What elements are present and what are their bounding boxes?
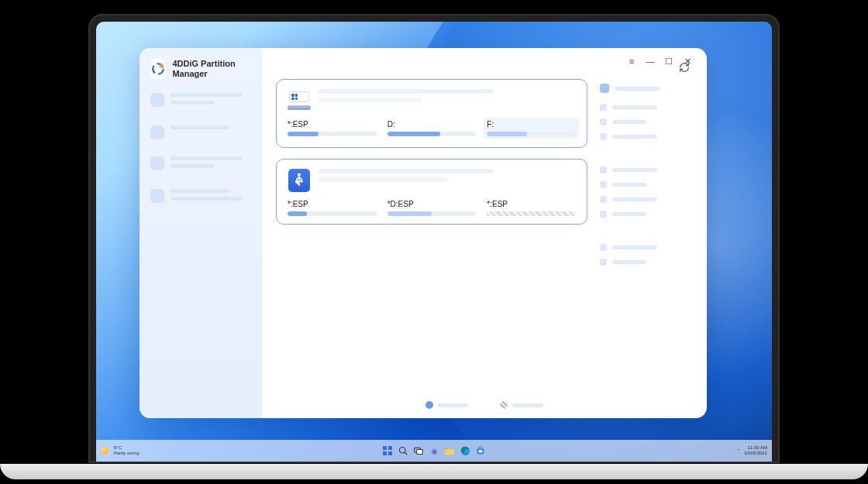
svg-point-2 (301, 180, 302, 182)
weather-text: Partly sunny (114, 451, 140, 456)
start-icon[interactable] (381, 445, 394, 457)
clock[interactable]: 11:00 AM 10/05/2021 (744, 445, 767, 455)
legend-dot-icon (500, 401, 508, 409)
partition[interactable]: *:ESP (288, 200, 377, 216)
partition-label: *:ESP (288, 120, 377, 129)
sidebar-item-icon (150, 189, 164, 203)
taskbar-center: ◉ (381, 445, 487, 457)
desktop-screen: 4DDiG Partition Manager (96, 22, 772, 462)
sidebar-item-label (170, 156, 251, 172)
main-panel: ≡ — ☐ ✕ (262, 48, 707, 418)
legend-dot-icon (425, 401, 433, 409)
right-action[interactable] (600, 196, 693, 203)
sidebar-item-icon (150, 93, 164, 107)
sidebar-item-label (170, 93, 251, 108)
search-icon[interactable] (397, 445, 409, 457)
disk-card[interactable]: *:ESP *D:ESP *:ESP (276, 159, 587, 225)
app-logo-icon (150, 59, 166, 79)
svg-rect-5 (383, 446, 387, 450)
internal-disk-icon (288, 89, 311, 112)
right-action[interactable] (600, 211, 693, 218)
partition-label: *D:ESP (388, 200, 477, 208)
minimize-button[interactable]: — (645, 56, 656, 67)
right-action[interactable] (600, 244, 693, 251)
laptop-frame: 4DDiG Partition Manager (88, 14, 780, 463)
svg-rect-14 (479, 450, 483, 452)
partition-label: *:ESP (487, 200, 576, 208)
svg-rect-8 (388, 451, 392, 455)
weather-widget[interactable]: 8°C Partly sunny (114, 445, 140, 455)
legend (276, 395, 693, 410)
edge-icon[interactable] (459, 445, 471, 457)
maximize-button[interactable]: ☐ (663, 56, 674, 67)
partition-label: *:ESP (288, 200, 377, 208)
right-action[interactable] (600, 104, 693, 111)
partition-selected[interactable]: F: (484, 118, 579, 139)
right-action[interactable] (600, 118, 693, 125)
sidebar-item[interactable] (150, 125, 251, 139)
svg-rect-11 (417, 450, 423, 455)
right-action[interactable] (600, 133, 693, 140)
window-controls: ≡ — ☐ ✕ (626, 56, 693, 67)
right-action[interactable] (600, 84, 693, 93)
date: 10/05/2021 (744, 451, 767, 456)
weather-icon (101, 447, 108, 455)
partition-unallocated[interactable]: *:ESP (487, 200, 576, 216)
app-window: 4DDiG Partition Manager (140, 48, 707, 418)
svg-point-1 (160, 64, 164, 68)
partition-label: F: (487, 120, 576, 129)
partition[interactable]: *:ESP (288, 120, 377, 139)
usb-disk-icon (288, 169, 311, 192)
app-title: 4DDiG Partition Manager (172, 59, 251, 79)
sidebar-item-label (170, 125, 251, 133)
partition-label: D: (388, 120, 477, 129)
time: 11:00 AM (748, 445, 767, 451)
legend-allocated (425, 401, 469, 409)
right-action[interactable] (600, 166, 693, 173)
close-button[interactable]: ✕ (682, 56, 693, 67)
svg-rect-7 (383, 451, 387, 455)
svg-point-4 (298, 173, 300, 175)
tray-expand-icon[interactable]: ˆ (738, 448, 739, 454)
sidebar-item-icon (150, 125, 164, 139)
explorer-icon[interactable] (443, 445, 456, 457)
brand: 4DDiG Partition Manager (150, 59, 251, 79)
legend-unallocated (500, 401, 543, 409)
temperature: 8°C (114, 445, 140, 451)
disk-card[interactable]: *:ESP D: F: (276, 79, 587, 148)
partition[interactable]: D: (388, 120, 477, 139)
taskbar[interactable]: 8°C Partly sunny ◉ (96, 440, 772, 462)
store-icon[interactable] (474, 445, 487, 457)
partition-row: *:ESP *D:ESP *:ESP (288, 200, 576, 216)
laptop-base (0, 464, 868, 479)
disk-title (319, 169, 576, 186)
sidebar-item[interactable] (150, 189, 251, 204)
right-action[interactable] (600, 259, 693, 266)
sidebar: 4DDiG Partition Manager (140, 48, 262, 418)
right-action[interactable] (600, 181, 693, 188)
sidebar-item[interactable] (150, 156, 251, 172)
taskview-icon[interactable] (412, 445, 425, 457)
right-actions-panel (600, 79, 693, 395)
disk-title (319, 89, 576, 106)
partition-row: *:ESP D: F: (288, 120, 576, 139)
sidebar-item-label (170, 189, 251, 204)
svg-point-9 (400, 448, 406, 454)
menu-button[interactable]: ≡ (626, 56, 637, 67)
chat-icon[interactable]: ◉ (428, 445, 440, 457)
sidebar-item[interactable] (150, 93, 251, 108)
svg-rect-6 (388, 446, 392, 450)
svg-rect-3 (296, 181, 298, 183)
sidebar-item-icon (150, 156, 164, 170)
partition[interactable]: *D:ESP (388, 200, 477, 216)
